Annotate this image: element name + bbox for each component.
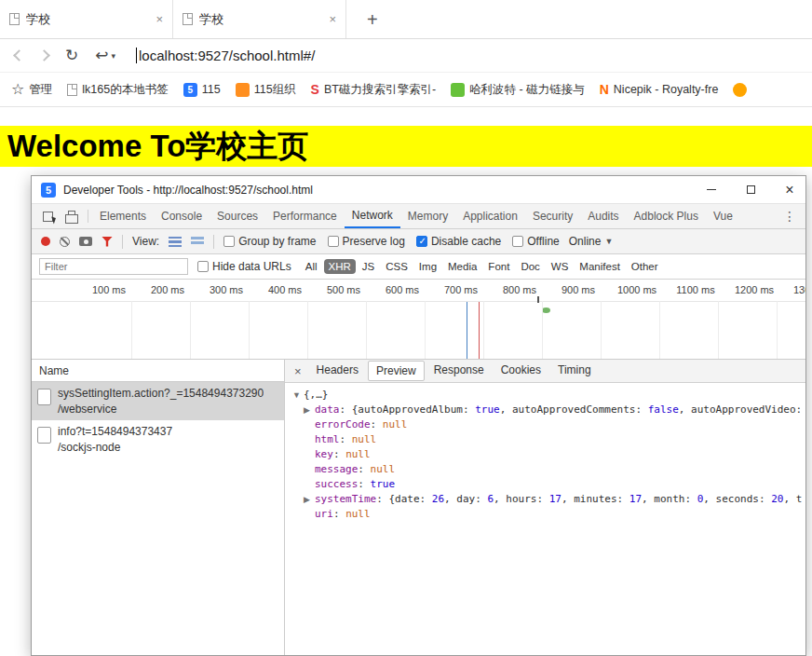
filter-type-all[interactable]: All — [301, 259, 322, 274]
device-toolbar-button[interactable] — [60, 204, 84, 228]
request-row[interactable]: sysSettingItem.action?_=1548494373290/we… — [32, 382, 284, 420]
json-null-text: null — [352, 433, 377, 445]
network-main-area: Name sysSettingItem.action?_=15484943732… — [32, 360, 805, 655]
preview-line: errorCode: null — [289, 417, 802, 432]
detail-tab-response[interactable]: Response — [426, 361, 492, 381]
checkbox-box — [197, 261, 209, 272]
json-key-text: key — [315, 448, 333, 460]
more-options-icon[interactable]: ⋮ — [774, 204, 805, 228]
screenshot-capture-icon[interactable] — [79, 237, 92, 246]
devtools-tab-performance[interactable]: Performance — [265, 204, 345, 228]
requests-name-header[interactable]: Name — [32, 360, 284, 382]
filter-type-media[interactable]: Media — [443, 259, 481, 274]
preview-line: message: null — [289, 462, 802, 477]
toggle-expanded-icon[interactable]: ▼ — [292, 388, 304, 403]
bookmark-label: 管理 — [29, 82, 52, 98]
json-blue-text: true — [371, 478, 396, 490]
large-rows-view-icon[interactable] — [191, 237, 204, 247]
new-tab-button[interactable]: + — [359, 7, 386, 33]
network-overview-timeline[interactable]: 100 ms200 ms300 ms400 ms500 ms600 ms700 … — [32, 280, 805, 360]
browser-tab-strip: 学校×学校× + — [0, 0, 812, 39]
request-row[interactable]: info?t=1548494373437/sockjs-node — [32, 420, 284, 458]
json-blue-text: true — [475, 403, 500, 416]
bookmark-favicon — [236, 83, 250, 97]
devtools-tab-application[interactable]: Application — [455, 204, 525, 228]
bookmark-item-115[interactable]: 115组织 — [236, 82, 296, 98]
device-icon — [68, 211, 75, 222]
bookmark-item-item[interactable]: ☆管理 — [11, 82, 52, 98]
back-button[interactable] — [13, 49, 25, 62]
bookmark-item-nicepik-royalty-fre[interactable]: NNicepik - Royalty-fre — [600, 83, 719, 96]
filter-type-css[interactable]: CSS — [381, 259, 413, 274]
devtools-tab-sources[interactable]: Sources — [210, 204, 265, 228]
close-detail-icon[interactable]: × — [289, 364, 307, 378]
tab-close-icon[interactable]: × — [156, 12, 163, 26]
bookmark-item-item[interactable] — [733, 83, 747, 97]
filter-type-xhr[interactable]: XHR — [324, 259, 356, 274]
devtools-tab-memory[interactable]: Memory — [400, 204, 455, 228]
filter-type-other[interactable]: Other — [627, 259, 663, 274]
small-rows-view-icon[interactable] — [169, 237, 182, 247]
load-event-marker — [479, 302, 480, 359]
bookmark-favicon: S — [311, 83, 319, 96]
address-bar[interactable]: localhost:9527/school.html#/ — [136, 48, 315, 63]
browser-tab[interactable]: 学校× — [173, 0, 346, 38]
divider — [213, 235, 214, 249]
timeline-tick-label: 200 ms — [138, 284, 197, 295]
return-home-button[interactable]: ↩ ▾ — [95, 48, 115, 63]
record-button[interactable] — [41, 237, 50, 246]
devtools-tab-vue[interactable]: Vue — [706, 204, 740, 228]
json-blue-text: 17 — [629, 493, 642, 505]
checkbox-disable-cache[interactable]: Disable cache — [416, 235, 501, 248]
devtools-tab-console[interactable]: Console — [154, 204, 210, 228]
devtools-tab-elements[interactable]: Elements — [92, 204, 154, 228]
forward-button[interactable] — [38, 49, 50, 62]
request-detail-panel: × HeadersPreviewResponseCookiesTiming ▼{… — [285, 360, 805, 655]
indent-spacer — [304, 417, 315, 432]
bookmarks-bar: ☆管理lk165的本地书签5115115组织SBT磁力搜索引擎索引-哈利波特 -… — [0, 73, 812, 107]
filter-type-ws[interactable]: WS — [547, 259, 574, 274]
filter-type-js[interactable]: JS — [358, 259, 379, 274]
tab-close-icon[interactable]: × — [329, 12, 336, 26]
bookmark-label: Nicepik - Royalty-fre — [614, 83, 719, 96]
checkbox-offline[interactable]: Offline — [512, 235, 559, 248]
filter-type-img[interactable]: Img — [414, 259, 441, 274]
checkbox-group-by-frame[interactable]: Group by frame — [223, 235, 316, 248]
detail-tab-cookies[interactable]: Cookies — [494, 361, 548, 381]
detail-tab-preview[interactable]: Preview — [368, 361, 425, 381]
checkbox-preserve-log[interactable]: Preserve log — [328, 235, 405, 248]
inspect-element-button[interactable] — [35, 204, 60, 228]
bookmark-item-item[interactable]: 哈利波特 - 磁力链接与 — [451, 82, 585, 98]
bookmark-item-lk165[interactable]: lk165的本地书签 — [67, 82, 168, 98]
close-button[interactable]: × — [774, 176, 805, 203]
devtools-tab-security[interactable]: Security — [525, 204, 580, 228]
detail-tab-timing[interactable]: Timing — [550, 361, 599, 381]
bookmark-item-115[interactable]: 5115 — [183, 83, 221, 97]
filter-type-font[interactable]: Font — [483, 259, 514, 274]
throttling-dropdown[interactable]: Online ▼ — [569, 235, 614, 248]
clear-button[interactable] — [60, 237, 70, 247]
filter-input[interactable] — [39, 258, 188, 275]
toggle-collapsed-icon[interactable]: ▶ — [304, 403, 315, 417]
page-content: Welcome To学校主页 — [0, 107, 812, 167]
toggle-collapsed-icon[interactable]: ▶ — [304, 492, 315, 507]
devtools-tab-audits[interactable]: Audits — [580, 204, 626, 228]
devtools-tab-bar: ElementsConsoleSourcesPerformanceNetwork… — [32, 204, 805, 229]
json-null-text: null — [345, 448, 371, 460]
hide-data-urls-checkbox[interactable]: Hide data URLs — [197, 260, 291, 273]
devtools-tab-adblock-plus[interactable]: Adblock Plus — [627, 204, 706, 228]
detail-tab-headers[interactable]: Headers — [309, 361, 366, 381]
devtools-tab-network[interactable]: Network — [345, 204, 400, 228]
bookmark-item-bt[interactable]: SBT磁力搜索引擎索引- — [311, 82, 436, 98]
preview-pane: ▼{,…}▶data: {autoApprovedAlbum: true, au… — [285, 383, 805, 655]
browser-tab[interactable]: 学校× — [0, 0, 173, 38]
refresh-button[interactable]: ↻ — [65, 48, 78, 63]
json-prev-text: , hours: — [494, 493, 549, 505]
timeline-tick-label: 400 ms — [255, 284, 315, 295]
filter-type-doc[interactable]: Doc — [516, 259, 544, 274]
filter-type-manifest[interactable]: Manifest — [575, 259, 624, 274]
filter-icon[interactable] — [102, 237, 113, 247]
minimize-button[interactable] — [696, 176, 727, 203]
maximize-button[interactable] — [735, 176, 766, 203]
toolbar-checkboxes: Group by framePreserve logDisable cacheO… — [223, 235, 560, 248]
